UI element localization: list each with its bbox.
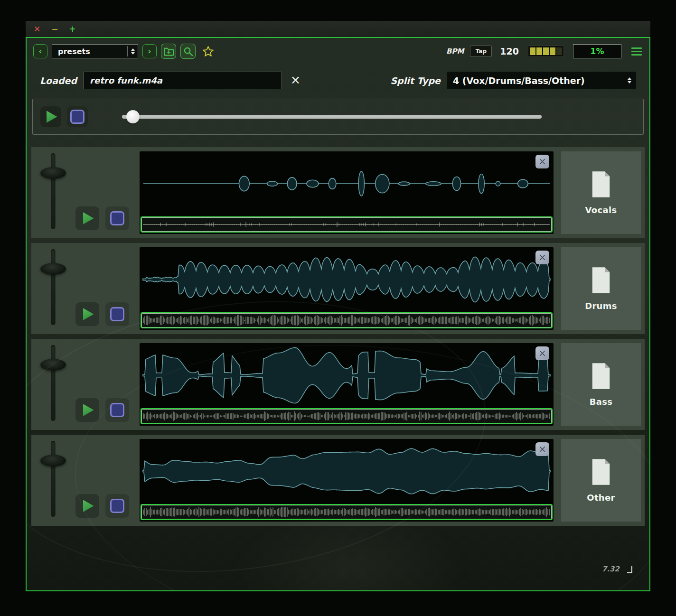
star-icon [202,46,214,57]
fader-track [51,345,56,421]
stop-icon [110,307,124,321]
stem-row-bass: Bass [31,339,645,430]
remove-stem-button[interactable] [535,155,549,168]
stem-play-button[interactable] [75,302,99,326]
waveform-display[interactable] [140,247,554,330]
stem-strip[interactable] [141,216,553,233]
stem-row-vocals: Vocals [31,147,645,238]
fader-knob[interactable] [40,455,66,467]
stem-play-button[interactable] [75,398,99,422]
waveform-canvas[interactable] [141,344,552,407]
browse-button[interactable] [180,44,196,59]
transport-play-button[interactable] [40,106,61,127]
stem-stop-button[interactable] [105,206,129,230]
remove-stem-button[interactable] [535,442,549,456]
stem-controls [68,439,140,522]
waveform-display[interactable] [140,151,554,234]
split-type-select[interactable]: 4 (Vox/Drums/Bass/Other) [447,72,636,89]
close-icon [539,350,546,357]
play-icon [83,500,94,512]
stem-strip[interactable] [141,504,553,520]
close-icon [539,254,546,261]
level-meter [528,46,564,57]
toolbar: ‹ presets › [27,38,649,59]
minimize-window-button[interactable]: − [51,25,58,33]
preset-back-button[interactable]: ‹ [33,44,47,58]
file-icon [590,171,612,198]
split-type-value: 4 (Vox/Drums/Bass/Other) [453,75,624,86]
fader-track [51,441,56,517]
stem-stop-button[interactable] [105,302,129,326]
select-spinner-icon [624,75,631,86]
loaded-label: Loaded [40,75,77,86]
fader-track [51,153,56,229]
split-type-label: Split Type [390,75,441,86]
stem-export-panel[interactable]: Drums [561,247,641,330]
stem-stop-button[interactable] [105,398,129,422]
strip-waveform-canvas [142,314,551,327]
waveform-canvas[interactable] [141,440,552,503]
stem-play-button[interactable] [75,494,99,518]
volume-fader[interactable] [38,343,68,426]
stop-icon [110,499,124,513]
stem-label: Other [587,493,615,503]
version-text: 7.32 [602,565,620,573]
menu-button[interactable] [631,47,642,56]
transport-stop-button[interactable] [67,106,88,127]
play-icon [83,308,94,320]
tap-tempo-button[interactable]: Tap [470,46,492,57]
remove-stem-button[interactable] [535,346,549,360]
close-icon [539,158,546,165]
stem-strip[interactable] [141,408,553,424]
filename-field[interactable]: retro funk.m4a [84,72,282,89]
bpm-label: BPM [446,47,464,56]
hamburger-icon [631,47,642,49]
stem-export-panel[interactable]: Bass [561,343,641,426]
stop-icon [110,403,124,417]
progress-thumb[interactable] [126,110,140,123]
meter-segment [543,47,549,55]
volume-fader[interactable] [38,439,68,522]
volume-fader[interactable] [38,247,68,330]
strip-waveform-canvas [142,410,551,422]
close-icon [539,446,546,453]
fader-knob[interactable] [40,167,66,179]
file-icon [590,363,612,390]
progress-slider[interactable] [122,110,542,124]
play-icon [83,404,94,416]
strip-waveform-canvas [142,218,551,231]
new-tab-button[interactable]: + [69,25,76,33]
file-icon [590,267,612,294]
fader-knob[interactable] [40,263,66,275]
fader-knob[interactable] [40,359,66,371]
meter-segment [536,47,542,55]
select-spinner-icon [127,46,135,56]
stem-stop-button[interactable] [105,494,129,518]
volume-fader[interactable] [38,151,68,234]
waveform-canvas[interactable] [141,248,552,311]
app-window: ✕ − + ‹ presets › [26,21,650,591]
clear-file-button[interactable]: ✕ [291,75,300,86]
bpm-value: 120 [500,46,519,56]
stop-icon [110,211,124,225]
remove-stem-button[interactable] [535,251,549,264]
preset-select[interactable]: presets [52,44,138,58]
file-icon [590,458,612,485]
stem-export-panel[interactable]: Vocals [561,151,641,234]
stem-strip[interactable] [141,312,553,328]
save-preset-button[interactable] [161,44,176,59]
mix-display: 1% [573,44,621,58]
waveform-canvas[interactable] [141,152,552,215]
waveform-display[interactable] [140,439,554,522]
stem-row-other: Other [31,435,645,526]
text-cursor-icon [627,566,632,573]
favorite-button[interactable] [200,43,216,59]
stem-export-panel[interactable]: Other [561,439,641,522]
transport-panel [32,99,644,135]
preset-forward-button[interactable]: › [142,44,157,58]
close-window-button[interactable]: ✕ [34,25,40,33]
waveform-display[interactable] [140,343,554,426]
stem-play-button[interactable] [75,206,99,230]
stop-icon [70,110,84,124]
preset-select-value: presets [58,47,127,56]
